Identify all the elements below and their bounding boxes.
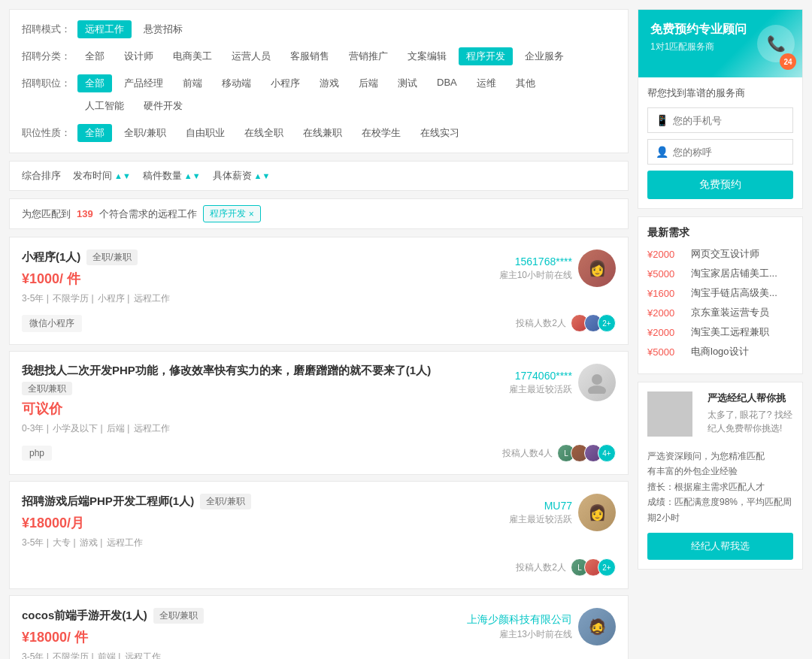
broker-title: 严选经纪人帮你挑 xyxy=(707,391,793,405)
filter-row-nature: 职位性质： 全部 全职/兼职 自由职业 在线全职 在线兼职 在校学生 在线实习 xyxy=(22,124,616,142)
filter-row-mode: 招聘模式： 远程工作 悬赏招标 xyxy=(22,20,616,38)
filter-tag-reward[interactable]: 悬赏招标 xyxy=(136,20,190,38)
job-title-3: cocos前端手游开发(1人) 全职/兼职 xyxy=(22,608,467,624)
demand-title-3[interactable]: 京东童装运营专员 xyxy=(691,306,769,319)
filter-tag-cat-1[interactable]: 设计师 xyxy=(117,47,161,65)
filter-tag-nat-3[interactable]: 在线全职 xyxy=(237,124,291,142)
sort-manuscript-arrow: ▲▼ xyxy=(184,171,201,180)
filter-tag-nat-2[interactable]: 自由职业 xyxy=(178,124,232,142)
demand-title-0[interactable]: 网页交互设计师 xyxy=(691,247,759,261)
employer-avatar-3: 🧔 xyxy=(578,608,616,645)
filter-tag-nat-0[interactable]: 全部 xyxy=(77,124,112,142)
filter-tag-pos-5[interactable]: 游戏 xyxy=(312,74,347,92)
latest-demands: 最新需求 ¥2000 网页交互设计师 ¥5000 淘宝家居店铺美工... ¥16… xyxy=(638,217,802,373)
match-suffix: 个符合需求的远程工作 xyxy=(99,207,197,221)
job-title-1: 我想找人二次开发PHP功能，修改效率快有实力的来，磨磨蹭蹭的就不要来了(1人) xyxy=(22,364,509,378)
sort-salary-arrow: ▲▼ xyxy=(254,171,271,180)
filter-tag-cat-0[interactable]: 全部 xyxy=(77,47,112,65)
employer-avatar-0: 👩 xyxy=(578,249,616,287)
employer-info-2: MU77 雇主最近较活跃 👩 xyxy=(509,494,616,531)
job-meta-2-0: 3-5年 xyxy=(22,537,51,548)
job-title-link-0[interactable]: 小程序(1人) xyxy=(22,250,80,265)
filter-tag-nat-4[interactable]: 在线兼职 xyxy=(295,124,350,142)
demand-item-1: ¥5000 淘宝家居店铺美工... xyxy=(647,267,793,280)
filter-tag-remote[interactable]: 远程工作 xyxy=(77,20,132,38)
phone-input[interactable] xyxy=(673,115,785,126)
filter-tag-pos-4[interactable]: 小程序 xyxy=(263,74,308,92)
demand-price-0: ¥2000 xyxy=(647,249,685,260)
job-badge-2: 全职/兼职 xyxy=(200,494,250,509)
filter-tag-pos-10[interactable]: 其他 xyxy=(508,74,543,92)
job-meta-1-2: 后端 xyxy=(107,423,132,434)
job-meta-1-1: 小学及以下 xyxy=(53,423,105,434)
sort-comprehensive[interactable]: 综合排序 xyxy=(22,169,61,183)
filter-tag-cat-5[interactable]: 营销推广 xyxy=(341,47,395,65)
filter-tag-pos-1[interactable]: 产品经理 xyxy=(117,74,171,92)
filter-tag-pos-6[interactable]: 后端 xyxy=(351,74,386,92)
filter-tag-nat-1[interactable]: 全职/兼职 xyxy=(117,124,174,142)
filter-tag-pos-8[interactable]: DBA xyxy=(429,74,465,92)
filter-tag-pos-2[interactable]: 前端 xyxy=(175,74,210,92)
filter-tag-cat-6[interactable]: 文案编辑 xyxy=(400,47,454,65)
filter-row-category: 招聘分类： 全部 设计师 电商美工 运营人员 客服销售 营销推广 文案编辑 程序… xyxy=(22,47,616,65)
filter-section-position: 招聘职位： 全部 产品经理 前端 移动端 小程序 游戏 后端 测试 DBA 运维… xyxy=(22,74,616,115)
filter-tag-pos-9[interactable]: 运维 xyxy=(469,74,504,92)
employer-name-2[interactable]: MU77 xyxy=(509,500,572,512)
match-tag-label: 程序开发 xyxy=(210,207,246,220)
employer-avatar-2: 👩 xyxy=(578,494,616,531)
demand-price-4: ¥2000 xyxy=(647,327,685,338)
phone-input-wrapper: 📱 xyxy=(647,107,793,133)
applicants-label-0: 投稿人数2人 xyxy=(516,317,566,330)
demand-title-2[interactable]: 淘宝手链店高级美... xyxy=(691,286,777,300)
filter-tag-nat-6[interactable]: 在线实习 xyxy=(413,124,467,142)
applicants-0: 投稿人数2人 2+ xyxy=(516,314,616,332)
job-salary-0: ¥1000/ 件 xyxy=(22,270,499,288)
filter-tag-pos-7[interactable]: 测试 xyxy=(390,74,425,92)
filter-tag-pos-hw[interactable]: 硬件开发 xyxy=(136,97,190,115)
broker-select-button[interactable]: 经纪人帮我选 xyxy=(647,533,793,560)
sort-manuscript[interactable]: 稿件数量 ▲▼ xyxy=(143,169,201,183)
name-input[interactable] xyxy=(673,147,785,158)
filter-tag-pos-3[interactable]: 移动端 xyxy=(214,74,259,92)
job-title-link-2[interactable]: 招聘游戏后端PHP开发工程师(1人) xyxy=(22,494,194,509)
employer-name-3[interactable]: 上海少颜科技有限公司 xyxy=(467,613,572,627)
job-title-2: 招聘游戏后端PHP开发工程师(1人) 全职/兼职 xyxy=(22,494,509,509)
filter-tag-cat-4[interactable]: 客服销售 xyxy=(283,47,337,65)
demand-item-3: ¥2000 京东童装运营专员 xyxy=(647,306,793,319)
job-title-link-3[interactable]: cocos前端手游开发(1人) xyxy=(22,609,147,623)
demand-title-4[interactable]: 淘宝美工远程兼职 xyxy=(691,325,769,339)
broker-desc-2: 擅长：根据雇主需求匹配人才 xyxy=(647,479,793,494)
match-active-tag[interactable]: 程序开发 × xyxy=(203,205,261,222)
demand-price-1: ¥5000 xyxy=(647,268,685,280)
employer-name-0[interactable]: 1561768**** xyxy=(499,255,572,268)
filter-tag-cat-7[interactable]: 程序开发 xyxy=(459,47,513,65)
applicants-label-2: 投稿人数2人 xyxy=(516,561,566,574)
filter-tag-cat-2[interactable]: 电商美工 xyxy=(165,47,220,65)
job-tag-0-0[interactable]: 微信小程序 xyxy=(22,315,82,332)
employer-name-1[interactable]: 1774060**** xyxy=(509,370,572,382)
sort-publish-time-arrow: ▲▼ xyxy=(114,171,131,180)
job-meta-2: 3-5年 大专 游戏 远程工作 xyxy=(22,537,509,549)
filter-tag-pos-0[interactable]: 全部 xyxy=(77,74,112,92)
demand-title-1[interactable]: 淘宝家居店铺美工... xyxy=(691,267,777,280)
job-salary-2: ¥18000/月 xyxy=(22,514,509,532)
sort-salary[interactable]: 具体薪资 ▲▼ xyxy=(213,169,271,183)
employer-info-3: 上海少颜科技有限公司 雇主13小时前在线 🧔 xyxy=(467,608,616,645)
sort-publish-time[interactable]: 发布时间 ▲▼ xyxy=(73,169,131,183)
badge-24: 24 xyxy=(780,53,796,70)
filter-panel: 招聘模式： 远程工作 悬赏招标 招聘分类： 全部 设计师 电商美工 运营人员 客… xyxy=(9,9,629,153)
employer-info-0: 1561768**** 雇主10小时前在线 👩 xyxy=(499,249,616,287)
employer-info-1: 1774060**** 雇主最近较活跃 xyxy=(509,364,616,401)
job-title-link-1[interactable]: 我想找人二次开发PHP功能，修改效率快有实力的来，磨磨蹭蹭的就不要来了(1人) xyxy=(22,364,431,378)
applicant-avatar-more-1: 4+ xyxy=(598,444,616,462)
filter-tags-mode: 远程工作 悬赏招标 xyxy=(77,20,190,38)
filter-tag-cat-8[interactable]: 企业服务 xyxy=(517,47,571,65)
match-tag-close[interactable]: × xyxy=(249,209,254,219)
job-tag-1-0[interactable]: php xyxy=(22,446,52,461)
filter-tag-pos-ai[interactable]: 人工智能 xyxy=(77,97,132,115)
free-appointment-button[interactable]: 免费预约 xyxy=(647,171,793,199)
demand-title-5[interactable]: 电商logo设计 xyxy=(691,345,749,358)
filter-tag-nat-5[interactable]: 在校学生 xyxy=(354,124,408,142)
filter-tag-cat-3[interactable]: 运营人员 xyxy=(224,47,278,65)
job-title-0: 小程序(1人) 全职/兼职 xyxy=(22,249,499,265)
